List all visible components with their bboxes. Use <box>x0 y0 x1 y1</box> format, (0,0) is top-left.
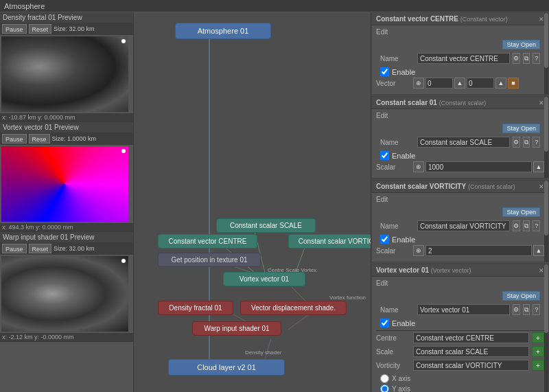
scale-input[interactable] <box>413 346 529 357</box>
scrollbar-3[interactable] <box>544 181 548 262</box>
centre-link-btn[interactable]: + <box>532 332 544 343</box>
panel-close-btn-4[interactable]: ✕ <box>539 267 544 274</box>
help-icon-1[interactable]: ? <box>533 53 540 64</box>
vorticity-row: Vorticity + <box>376 360 544 371</box>
node-cloud01[interactable]: Cloud layer v2 01 <box>168 359 285 376</box>
stay-open-btn-4[interactable]: Stay Open <box>502 291 540 301</box>
coords-text-3: x: -2.12 km y: -0.0000 mm <box>2 334 74 341</box>
copy-icon-3[interactable]: ⧉ <box>523 220 530 231</box>
separator-4 <box>376 330 544 331</box>
vorticity-link-btn[interactable]: + <box>532 360 544 371</box>
scalar-type-btn-3[interactable]: ⊕ <box>413 245 424 256</box>
panel-close-btn-1[interactable]: ✕ <box>539 16 544 23</box>
reset-btn-1[interactable]: Reset <box>29 24 52 34</box>
stay-open-btn-1[interactable]: Stay Open <box>502 40 540 49</box>
node-label-cscale: Constant scalar SCALE <box>230 222 302 229</box>
yaxis-radio[interactable] <box>380 384 389 392</box>
gear-icon-2[interactable]: ⚙ <box>513 137 520 148</box>
vector-type-btn-1[interactable]: ⊕ <box>413 78 424 89</box>
node-atmosphere-01[interactable]: Atmosphere 01 <box>175 23 271 39</box>
name-input-3[interactable] <box>417 220 510 231</box>
gear-icon-3[interactable]: ⚙ <box>513 220 520 231</box>
panel-vortex-vector: Vortex vector 01 (Vortex vector) ✕ Edit … <box>371 264 549 392</box>
panel-close-btn-3[interactable]: ✕ <box>539 183 544 190</box>
enable-checkbox-1[interactable] <box>380 67 389 76</box>
edit-label-2: Edit <box>376 112 388 119</box>
pause-btn-1[interactable]: Pause <box>2 24 27 34</box>
vector-x-input-1[interactable] <box>425 78 453 89</box>
scrollbar-1[interactable] <box>544 13 548 94</box>
pause-btn-3[interactable]: Pause <box>2 244 27 253</box>
help-icon-3[interactable]: ? <box>533 220 540 231</box>
scalar-value-input-3[interactable] <box>425 245 532 256</box>
enable-label-2: Enable <box>392 152 415 160</box>
scrollbar-4[interactable] <box>544 264 548 392</box>
panel-close-btn-2[interactable]: ✕ <box>539 100 544 106</box>
vorticity-label: Vorticity <box>376 362 410 369</box>
enable-checkbox-2[interactable] <box>380 151 389 160</box>
edit-row-1: Edit <box>376 28 544 36</box>
panel-header-title-2: Constant scalar 01 (Constant scalar) <box>376 99 486 106</box>
reset-btn-3[interactable]: Reset <box>29 244 52 253</box>
reset-btn-2[interactable]: Rese <box>29 134 50 143</box>
scalar-value-input-2[interactable] <box>425 161 532 172</box>
right-panel: Constant vector CENTRE (Constant vector)… <box>371 12 549 392</box>
stay-open-row-4: Stay Open <box>376 290 544 302</box>
preview-controls-3: Pause Reset Size: 32.00 km <box>0 242 133 255</box>
gear-icon-1[interactable]: ⚙ <box>513 53 520 64</box>
name-input-2[interactable] <box>417 137 510 148</box>
preview-canvas-2 <box>1 146 128 222</box>
node-label-cvorticity: Constant scalar VORTICITY <box>299 238 371 245</box>
copy-icon-2[interactable]: ⧉ <box>523 137 530 148</box>
copy-icon-4[interactable]: ⧉ <box>523 304 530 315</box>
pause-btn-2[interactable]: Pause <box>2 134 27 143</box>
edit-label-4: Edit <box>376 279 388 287</box>
name-input-4[interactable] <box>417 304 510 315</box>
node-ccentre[interactable]: Constant vector CENTRE <box>158 234 257 249</box>
vector-color-1[interactable]: ■ <box>508 78 519 89</box>
help-icon-4[interactable]: ? <box>533 304 540 315</box>
node-cvorticity[interactable]: Constant scalar VORTICITY <box>288 234 371 249</box>
gear-icon-4[interactable]: ⚙ <box>513 304 520 315</box>
svg-text:Density shader: Density shader <box>245 349 282 356</box>
panel-title-text-1: Constant vector CENTRE <box>376 15 458 23</box>
panel-header-1: Constant vector CENTRE (Constant vector)… <box>372 13 548 25</box>
scale-link-btn[interactable]: + <box>532 346 544 357</box>
center-canvas: Centre Scale Vortex Vortex function Dens… <box>134 12 371 392</box>
scrollbar-thumb-4 <box>544 264 548 333</box>
stay-open-btn-2[interactable]: Stay Open <box>502 124 540 133</box>
node-cscale[interactable]: Constant scalar SCALE <box>216 218 316 233</box>
stay-open-btn-3[interactable]: Stay Open <box>502 207 540 217</box>
preview-block-3: Warp input shader 01 Preview Pause Reset… <box>0 232 133 342</box>
help-icon-2[interactable]: ? <box>533 137 540 148</box>
scrollbar-thumb-3 <box>544 181 548 235</box>
vector-y-input-1[interactable] <box>467 78 494 89</box>
xaxis-radio[interactable] <box>380 374 389 383</box>
node-vecdisplace[interactable]: Vector displacement shade. <box>240 301 347 315</box>
node-warp01[interactable]: Warp input shader 01 <box>192 321 281 336</box>
scalar-up-2[interactable]: ▲ <box>533 161 544 172</box>
vector-y-up-1[interactable]: ▲ <box>495 78 506 89</box>
node-density01[interactable]: Density fractal 01 <box>158 301 233 315</box>
vorticity-input[interactable] <box>413 360 529 371</box>
centre-label: Centre <box>376 334 410 342</box>
scalar-row-3: Scalar ⊕ ▲ <box>376 245 544 256</box>
app-title: Atmosphere <box>4 2 45 10</box>
node-vortex01[interactable]: Vortex vector 01 <box>223 272 305 286</box>
enable-checkbox-4[interactable] <box>380 319 389 327</box>
enable-checkbox-3[interactable] <box>380 235 389 244</box>
name-input-1[interactable] <box>417 53 510 64</box>
white-dot-3 <box>121 259 126 263</box>
scalar-up-3[interactable]: ▲ <box>533 245 544 256</box>
node-label-density01: Density fractal 01 <box>169 304 222 312</box>
scalar-type-btn-2[interactable]: ⊕ <box>413 161 424 172</box>
scrollbar-2[interactable] <box>544 97 548 178</box>
panel-section-1: Edit Stay Open Name ⚙ ⧉ ? Enable Vector … <box>372 25 548 94</box>
node-getpos[interactable]: Get position in texture 01 <box>158 253 261 267</box>
copy-icon-1[interactable]: ⧉ <box>523 53 530 64</box>
centre-input[interactable] <box>413 332 529 343</box>
node-label-atmosphere: Atmosphere 01 <box>198 27 249 35</box>
title-bar: Atmosphere <box>0 0 549 12</box>
scalar-label-3: Scalar <box>376 247 410 255</box>
vector-x-up-1[interactable]: ▲ <box>454 78 465 89</box>
